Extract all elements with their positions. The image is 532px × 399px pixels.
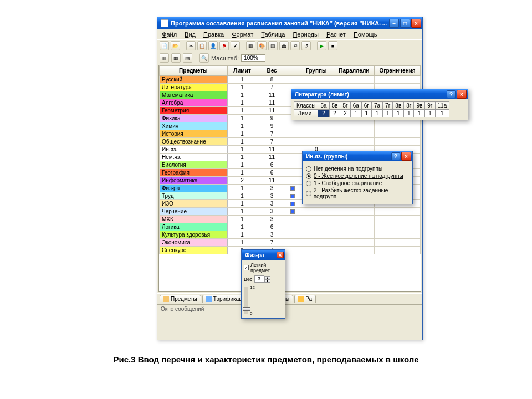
menu-item[interactable]: Правка <box>201 30 226 38</box>
subject-cell[interactable]: Экономика <box>160 239 228 247</box>
groups-popup-close-button[interactable]: × <box>401 152 411 161</box>
limit-cell[interactable]: 1 <box>227 91 257 99</box>
toolbar-bold-icon[interactable]: ✔ <box>231 41 240 50</box>
groups-cell[interactable] <box>299 247 334 254</box>
column-header[interactable]: Лимит <box>227 66 257 76</box>
subject-cell[interactable]: Литература <box>160 84 228 91</box>
limit-cell[interactable]: 1 <box>227 231 257 239</box>
limit-value-cell[interactable]: 1 <box>435 110 449 117</box>
menu-item[interactable]: Таблица <box>259 30 287 38</box>
subject-cell[interactable]: Химия <box>160 122 228 130</box>
limit-cell[interactable]: 1 <box>227 107 257 115</box>
restrictions-cell[interactable] <box>375 76 421 84</box>
mark-cell[interactable] <box>287 138 299 146</box>
weight-cell[interactable]: 8 <box>257 76 287 84</box>
bottom-tab[interactable]: Предметы <box>160 295 201 303</box>
column-header[interactable]: Ограничения <box>375 66 421 76</box>
limit-class-header[interactable]: 6а <box>350 102 361 110</box>
parallels-cell[interactable] <box>334 76 375 84</box>
restrictions-cell[interactable] <box>375 122 421 130</box>
parallels-cell[interactable] <box>334 208 375 216</box>
parallels-cell[interactable] <box>334 138 375 146</box>
menu-item[interactable]: Помощь <box>351 30 380 38</box>
subject-cell[interactable]: Геометрия <box>160 107 228 115</box>
restrictions-cell[interactable] <box>375 130 421 138</box>
restrictions-cell[interactable] <box>375 208 421 216</box>
weight-value[interactable]: 3 <box>254 275 264 283</box>
column-header[interactable]: Вес <box>257 66 287 76</box>
menu-item[interactable]: Файл <box>160 30 179 38</box>
subject-cell[interactable]: Русский <box>160 76 228 84</box>
limit-cell[interactable]: 1 <box>227 208 257 216</box>
minimize-button[interactable]: – <box>389 19 399 28</box>
column-header[interactable]: Группы <box>299 66 334 76</box>
table-row[interactable]: Культура здоровья13 <box>160 231 421 239</box>
column-header[interactable]: Предметы <box>160 66 228 76</box>
mark-cell[interactable] <box>287 200 299 208</box>
weight-cell[interactable]: 3 <box>257 200 287 208</box>
toolbar-cut-icon[interactable]: ✂ <box>186 41 196 50</box>
weight-cell[interactable]: 11 <box>257 91 287 99</box>
table-row[interactable]: Экономика17 <box>160 239 421 247</box>
subject-cell[interactable]: История <box>160 130 228 138</box>
limit-cell[interactable]: 1 <box>227 154 257 161</box>
groups-cell[interactable] <box>299 130 334 138</box>
radio-option[interactable]: Нет деления на подгруппы <box>306 166 409 172</box>
spinner-down-icon[interactable]: ▾ <box>264 279 270 283</box>
fizra-popup-close-button[interactable]: × <box>277 252 284 258</box>
table-row[interactable]: Русский18 <box>160 76 421 84</box>
weight-cell[interactable]: 11 <box>257 107 287 115</box>
mark-cell[interactable] <box>287 247 299 254</box>
limit-cell[interactable]: 1 <box>227 146 257 154</box>
limit-value-cell[interactable]: 1 <box>361 110 371 117</box>
limit-cell[interactable]: 1 <box>227 169 257 177</box>
table-row[interactable]: Черчение13 <box>160 208 421 216</box>
zoom-btn-2[interactable]: ▦ <box>171 53 181 63</box>
limit-popup-help-button[interactable]: ? <box>447 90 456 98</box>
bottom-tab[interactable]: Ра <box>294 295 316 303</box>
subject-cell[interactable]: ИЗО <box>160 200 228 208</box>
toolbar-print-icon[interactable]: 🖶 <box>279 41 289 50</box>
column-header[interactable]: Параллели <box>334 66 375 76</box>
parallels-cell[interactable] <box>334 130 375 138</box>
parallels-cell[interactable] <box>334 223 375 231</box>
mark-cell[interactable] <box>287 239 299 247</box>
weight-cell[interactable]: 6 <box>257 223 287 231</box>
subject-cell[interactable]: МХК <box>160 216 228 223</box>
limit-cell[interactable]: 1 <box>227 99 257 107</box>
parallels-cell[interactable] <box>334 231 375 239</box>
groups-cell[interactable] <box>299 216 334 223</box>
mark-cell[interactable] <box>287 154 299 161</box>
limit-value-cell[interactable]: 1 <box>414 110 425 117</box>
mark-cell[interactable] <box>287 169 299 177</box>
weight-cell[interactable]: 11 <box>257 146 287 154</box>
subject-cell[interactable]: Спецкурс <box>160 247 228 254</box>
menu-item[interactable]: Вид <box>182 30 198 38</box>
mark-cell[interactable] <box>287 146 299 154</box>
zoom-value[interactable]: 100% <box>241 54 265 62</box>
limit-cell[interactable]: 1 <box>227 84 257 91</box>
limit-cell[interactable]: 1 <box>227 192 257 200</box>
weight-cell[interactable]: 3 <box>257 192 287 200</box>
groups-cell[interactable] <box>299 76 334 84</box>
groups-popup-help-button[interactable]: ? <box>391 152 400 160</box>
weight-cell[interactable]: 3 <box>257 231 287 239</box>
limit-value-cell[interactable]: 2 <box>340 110 350 117</box>
weight-cell[interactable]: 9 <box>257 122 287 130</box>
radio-icon[interactable] <box>306 173 311 179</box>
restrictions-cell[interactable] <box>375 216 421 223</box>
groups-cell[interactable] <box>299 138 334 146</box>
limit-class-header[interactable]: 5г <box>340 102 350 110</box>
limit-table[interactable]: Классы5а5в5г6а6г7а7г8в8г9в9г11аЛимит2221… <box>294 101 449 117</box>
light-subject-checkbox[interactable]: ✓ <box>244 265 249 270</box>
restrictions-cell[interactable] <box>375 138 421 146</box>
weight-slider[interactable] <box>244 287 248 314</box>
groups-cell[interactable] <box>299 231 334 239</box>
subject-cell[interactable]: Труд <box>160 192 228 200</box>
groups-cell[interactable] <box>299 122 334 130</box>
weight-spinner[interactable]: 3 ▴ ▾ <box>254 275 270 283</box>
subject-cell[interactable]: Логика <box>160 223 228 231</box>
limit-popup-close-button[interactable]: × <box>457 90 467 99</box>
limit-value-cell[interactable]: 1 <box>371 110 382 117</box>
limit-cell[interactable]: 2 <box>227 177 257 185</box>
